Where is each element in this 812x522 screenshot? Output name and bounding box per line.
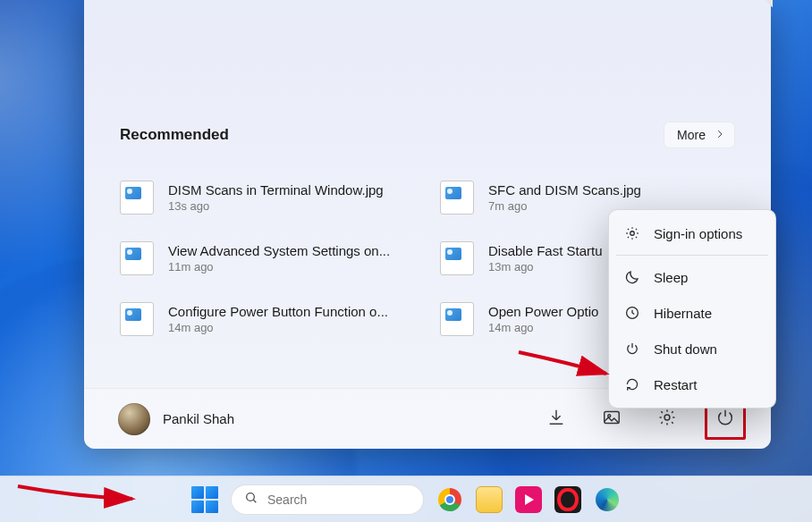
- recommended-more-button[interactable]: More: [664, 122, 735, 148]
- gear-icon: [657, 408, 677, 431]
- edge-icon: [596, 488, 619, 511]
- recommended-item-time: 11m ago: [168, 260, 390, 274]
- recommended-item-name: DISM Scans in Terminal Window.jpg: [168, 182, 384, 198]
- power-menu-sign-in-options[interactable]: Sign-in options: [609, 215, 775, 251]
- power-menu-restart[interactable]: Restart: [609, 366, 775, 402]
- power-icon: [623, 340, 641, 358]
- user-account-button[interactable]: Pankil Shah: [118, 403, 234, 435]
- restart-icon: [623, 375, 641, 393]
- taskbar-search[interactable]: [231, 484, 424, 515]
- taskbar-app-edge[interactable]: [594, 486, 621, 513]
- moon-icon: [623, 268, 641, 286]
- more-label: More: [677, 128, 706, 142]
- svg-point-3: [630, 232, 635, 236]
- recommended-item-time: 13s ago: [168, 199, 384, 213]
- chevron-right-icon: [715, 128, 725, 142]
- power-icon: [715, 408, 735, 431]
- power-menu-sleep[interactable]: Sleep: [609, 259, 775, 295]
- taskbar-app-media[interactable]: [515, 486, 542, 513]
- recommended-item-name: Configure Power Button Function o...: [168, 304, 388, 319]
- menu-separator: [616, 255, 768, 256]
- recommended-item-name: SFC and DISM Scans.jpg: [488, 182, 641, 198]
- taskbar-app-file-explorer[interactable]: [476, 486, 503, 513]
- menu-item-label: Hibernate: [654, 306, 712, 321]
- search-input[interactable]: [267, 493, 410, 507]
- picture-icon: [602, 408, 622, 431]
- taskbar-app-opera[interactable]: [554, 486, 581, 513]
- menu-item-label: Shut down: [654, 341, 717, 357]
- clock-icon: [623, 304, 641, 322]
- gear-icon: [623, 224, 641, 242]
- start-button[interactable]: [191, 486, 218, 513]
- downloads-button[interactable]: [538, 401, 574, 437]
- svg-point-5: [247, 493, 255, 501]
- recommended-item[interactable]: View Advanced System Settings on... 11m …: [120, 241, 415, 275]
- image-file-icon: [120, 181, 154, 215]
- menu-item-label: Sign-in options: [654, 226, 742, 241]
- user-name-label: Pankil Shah: [163, 411, 234, 426]
- search-icon: [244, 491, 258, 509]
- recommended-item[interactable]: DISM Scans in Terminal Window.jpg 13s ag…: [120, 181, 415, 215]
- recommended-item-time: 14m ago: [168, 321, 388, 334]
- power-menu: Sign-in options Sleep Hibernate Shut dow…: [608, 209, 776, 408]
- user-avatar: [118, 403, 150, 435]
- image-file-icon: [120, 241, 154, 275]
- image-file-icon: [440, 241, 474, 275]
- power-menu-shut-down[interactable]: Shut down: [609, 331, 775, 366]
- recommended-item[interactable]: Configure Power Button Function o... 14m…: [120, 302, 415, 336]
- menu-item-label: Sleep: [654, 270, 688, 285]
- recommended-item-name: View Advanced System Settings on...: [168, 243, 390, 258]
- recommended-item-time: 14m ago: [488, 321, 598, 334]
- chrome-icon: [438, 488, 461, 511]
- download-icon: [546, 408, 566, 431]
- recommended-item-name: Open Power Optio: [488, 304, 598, 319]
- recommended-heading: Recommended: [120, 126, 229, 144]
- recommended-item-name: Disable Fast Startu: [488, 243, 603, 258]
- taskbar: [0, 476, 812, 522]
- power-menu-hibernate[interactable]: Hibernate: [609, 295, 775, 331]
- image-file-icon: [440, 181, 474, 215]
- menu-item-label: Restart: [654, 377, 697, 392]
- image-file-icon: [440, 302, 474, 336]
- svg-point-2: [664, 415, 670, 420]
- taskbar-app-chrome[interactable]: [436, 486, 463, 513]
- image-file-icon: [120, 302, 154, 336]
- recommended-item-time: 13m ago: [488, 260, 603, 274]
